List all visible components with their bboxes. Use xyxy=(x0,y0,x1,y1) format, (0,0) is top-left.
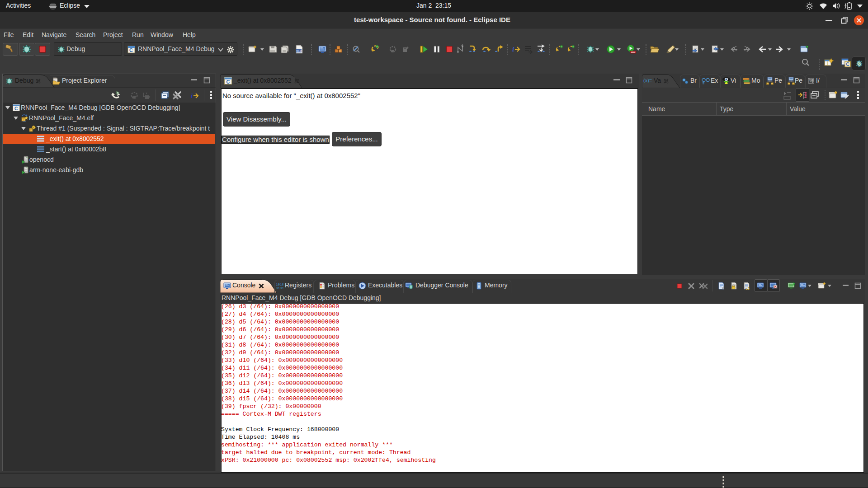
svg-text:i: i xyxy=(191,92,193,99)
svg-text:C: C xyxy=(846,62,849,67)
svg-text:010: 010 xyxy=(296,50,302,53)
svg-text:C: C xyxy=(14,106,18,111)
svg-text:0101: 0101 xyxy=(276,286,283,290)
svg-text:C: C xyxy=(226,79,230,84)
svg-text:C: C xyxy=(129,47,133,53)
svg-text:i: i xyxy=(512,46,514,53)
svg-text:ST: ST xyxy=(809,80,813,83)
svg-text:1010: 1010 xyxy=(276,283,283,286)
